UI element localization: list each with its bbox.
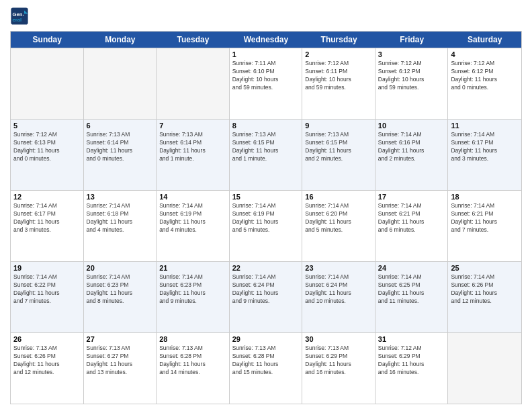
calendar-cell: 15Sunrise: 7:14 AM Sunset: 6:19 PM Dayli… bbox=[230, 191, 303, 261]
calendar-week-row: 5Sunrise: 7:12 AM Sunset: 6:13 PM Daylig… bbox=[11, 119, 521, 190]
header: Gen- eral bbox=[10, 7, 522, 26]
calendar-week-row: 1Sunrise: 7:11 AM Sunset: 6:10 PM Daylig… bbox=[11, 48, 521, 119]
day-info: Sunrise: 7:13 AM Sunset: 6:15 PM Dayligh… bbox=[232, 131, 300, 163]
day-info: Sunrise: 7:14 AM Sunset: 6:23 PM Dayligh… bbox=[87, 273, 154, 306]
day-info: Sunrise: 7:14 AM Sunset: 6:19 PM Dayligh… bbox=[159, 202, 226, 234]
calendar-cell: 4Sunrise: 7:12 AM Sunset: 6:12 PM Daylig… bbox=[448, 48, 521, 119]
day-info: Sunrise: 7:13 AM Sunset: 6:28 PM Dayligh… bbox=[159, 345, 226, 377]
calendar: SundayMondayTuesdayWednesdayThursdayFrid… bbox=[10, 31, 522, 404]
calendar-cell: 27Sunrise: 7:13 AM Sunset: 6:27 PM Dayli… bbox=[84, 333, 157, 404]
calendar-cell: 19Sunrise: 7:14 AM Sunset: 6:22 PM Dayli… bbox=[11, 262, 84, 332]
weekday-header: Monday bbox=[84, 32, 157, 48]
day-number: 13 bbox=[87, 193, 154, 201]
day-info: Sunrise: 7:12 AM Sunset: 6:29 PM Dayligh… bbox=[378, 345, 445, 377]
day-info: Sunrise: 7:14 AM Sunset: 6:21 PM Dayligh… bbox=[378, 202, 445, 234]
day-number: 18 bbox=[451, 193, 519, 201]
calendar-cell: 21Sunrise: 7:14 AM Sunset: 6:23 PM Dayli… bbox=[157, 262, 230, 332]
weekday-header: Saturday bbox=[448, 32, 521, 48]
day-number: 16 bbox=[305, 193, 372, 201]
calendar-cell: 14Sunrise: 7:14 AM Sunset: 6:19 PM Dayli… bbox=[157, 191, 230, 261]
day-number: 27 bbox=[87, 335, 154, 343]
logo-icon: Gen- eral bbox=[10, 7, 29, 26]
day-number: 21 bbox=[159, 264, 226, 272]
day-number: 17 bbox=[378, 193, 445, 201]
calendar-cell: 11Sunrise: 7:14 AM Sunset: 6:17 PM Dayli… bbox=[448, 120, 521, 190]
calendar-cell: 28Sunrise: 7:13 AM Sunset: 6:28 PM Dayli… bbox=[157, 333, 230, 404]
calendar-cell bbox=[157, 48, 230, 119]
day-info: Sunrise: 7:13 AM Sunset: 6:26 PM Dayligh… bbox=[13, 345, 81, 377]
day-info: Sunrise: 7:14 AM Sunset: 6:18 PM Dayligh… bbox=[87, 202, 154, 234]
day-number: 23 bbox=[305, 264, 372, 272]
day-info: Sunrise: 7:12 AM Sunset: 6:12 PM Dayligh… bbox=[451, 60, 519, 92]
page: Gen- eral SundayMondayTuesdayWednesdayTh… bbox=[0, 0, 532, 411]
day-info: Sunrise: 7:13 AM Sunset: 6:15 PM Dayligh… bbox=[305, 131, 372, 163]
day-number: 9 bbox=[305, 122, 372, 130]
day-info: Sunrise: 7:14 AM Sunset: 6:21 PM Dayligh… bbox=[451, 202, 519, 234]
weekday-header: Thursday bbox=[302, 32, 375, 48]
day-number: 19 bbox=[13, 264, 81, 272]
calendar-cell: 5Sunrise: 7:12 AM Sunset: 6:13 PM Daylig… bbox=[11, 120, 84, 190]
calendar-cell: 3Sunrise: 7:12 AM Sunset: 6:12 PM Daylig… bbox=[375, 48, 449, 119]
calendar-cell: 2Sunrise: 7:12 AM Sunset: 6:11 PM Daylig… bbox=[302, 48, 375, 119]
calendar-cell: 10Sunrise: 7:14 AM Sunset: 6:16 PM Dayli… bbox=[375, 120, 449, 190]
calendar-cell: 20Sunrise: 7:14 AM Sunset: 6:23 PM Dayli… bbox=[84, 262, 157, 332]
weekday-header: Friday bbox=[375, 32, 449, 48]
day-number: 5 bbox=[13, 122, 81, 130]
day-info: Sunrise: 7:14 AM Sunset: 6:22 PM Dayligh… bbox=[13, 273, 81, 306]
day-info: Sunrise: 7:12 AM Sunset: 6:13 PM Dayligh… bbox=[13, 131, 81, 163]
day-info: Sunrise: 7:14 AM Sunset: 6:26 PM Dayligh… bbox=[451, 273, 519, 306]
day-number: 31 bbox=[378, 335, 445, 343]
logo: Gen- eral bbox=[10, 7, 32, 26]
day-info: Sunrise: 7:14 AM Sunset: 6:17 PM Dayligh… bbox=[13, 202, 81, 234]
day-number: 7 bbox=[159, 122, 226, 130]
day-info: Sunrise: 7:13 AM Sunset: 6:27 PM Dayligh… bbox=[87, 345, 154, 377]
day-number: 30 bbox=[305, 335, 372, 343]
calendar-cell: 29Sunrise: 7:13 AM Sunset: 6:28 PM Dayli… bbox=[230, 333, 303, 404]
calendar-cell: 25Sunrise: 7:14 AM Sunset: 6:26 PM Dayli… bbox=[448, 262, 521, 332]
day-number: 29 bbox=[232, 335, 300, 343]
day-number: 14 bbox=[159, 193, 226, 201]
day-info: Sunrise: 7:14 AM Sunset: 6:24 PM Dayligh… bbox=[305, 273, 372, 306]
day-number: 15 bbox=[232, 193, 300, 201]
day-info: Sunrise: 7:11 AM Sunset: 6:10 PM Dayligh… bbox=[232, 60, 300, 92]
day-info: Sunrise: 7:14 AM Sunset: 6:17 PM Dayligh… bbox=[451, 131, 519, 163]
day-number: 8 bbox=[232, 122, 300, 130]
day-number: 11 bbox=[451, 122, 519, 130]
calendar-cell bbox=[84, 48, 157, 119]
calendar-cell: 9Sunrise: 7:13 AM Sunset: 6:15 PM Daylig… bbox=[302, 120, 375, 190]
day-number: 10 bbox=[378, 122, 445, 130]
day-number: 20 bbox=[87, 264, 154, 272]
day-info: Sunrise: 7:13 AM Sunset: 6:14 PM Dayligh… bbox=[87, 131, 154, 163]
day-number: 28 bbox=[159, 335, 226, 343]
day-number: 12 bbox=[13, 193, 81, 201]
day-info: Sunrise: 7:14 AM Sunset: 6:20 PM Dayligh… bbox=[305, 202, 372, 234]
day-number: 3 bbox=[378, 50, 445, 58]
calendar-cell: 8Sunrise: 7:13 AM Sunset: 6:15 PM Daylig… bbox=[230, 120, 303, 190]
day-info: Sunrise: 7:14 AM Sunset: 6:24 PM Dayligh… bbox=[232, 273, 300, 306]
day-info: Sunrise: 7:12 AM Sunset: 6:12 PM Dayligh… bbox=[378, 60, 445, 92]
day-info: Sunrise: 7:14 AM Sunset: 6:16 PM Dayligh… bbox=[378, 131, 445, 163]
day-number: 24 bbox=[378, 264, 445, 272]
day-info: Sunrise: 7:12 AM Sunset: 6:11 PM Dayligh… bbox=[305, 60, 372, 92]
calendar-cell bbox=[448, 333, 521, 404]
day-number: 1 bbox=[232, 50, 300, 58]
day-info: Sunrise: 7:13 AM Sunset: 6:14 PM Dayligh… bbox=[159, 131, 226, 163]
day-info: Sunrise: 7:13 AM Sunset: 6:28 PM Dayligh… bbox=[232, 345, 300, 377]
calendar-week-row: 19Sunrise: 7:14 AM Sunset: 6:22 PM Dayli… bbox=[11, 261, 521, 332]
calendar-cell bbox=[11, 48, 84, 119]
svg-text:eral: eral bbox=[13, 17, 22, 23]
calendar-cell: 13Sunrise: 7:14 AM Sunset: 6:18 PM Dayli… bbox=[84, 191, 157, 261]
day-number: 2 bbox=[305, 50, 372, 58]
weekday-header: Wednesday bbox=[230, 32, 303, 48]
day-number: 25 bbox=[451, 264, 519, 272]
calendar-week-row: 26Sunrise: 7:13 AM Sunset: 6:26 PM Dayli… bbox=[11, 332, 521, 404]
day-info: Sunrise: 7:13 AM Sunset: 6:29 PM Dayligh… bbox=[305, 345, 372, 377]
calendar-cell: 17Sunrise: 7:14 AM Sunset: 6:21 PM Dayli… bbox=[375, 191, 449, 261]
day-info: Sunrise: 7:14 AM Sunset: 6:19 PM Dayligh… bbox=[232, 202, 300, 234]
calendar-cell: 6Sunrise: 7:13 AM Sunset: 6:14 PM Daylig… bbox=[84, 120, 157, 190]
calendar-cell: 26Sunrise: 7:13 AM Sunset: 6:26 PM Dayli… bbox=[11, 333, 84, 404]
weekday-header: Sunday bbox=[11, 32, 84, 48]
calendar-cell: 31Sunrise: 7:12 AM Sunset: 6:29 PM Dayli… bbox=[375, 333, 449, 404]
day-number: 6 bbox=[87, 122, 154, 130]
calendar-cell: 1Sunrise: 7:11 AM Sunset: 6:10 PM Daylig… bbox=[230, 48, 303, 119]
